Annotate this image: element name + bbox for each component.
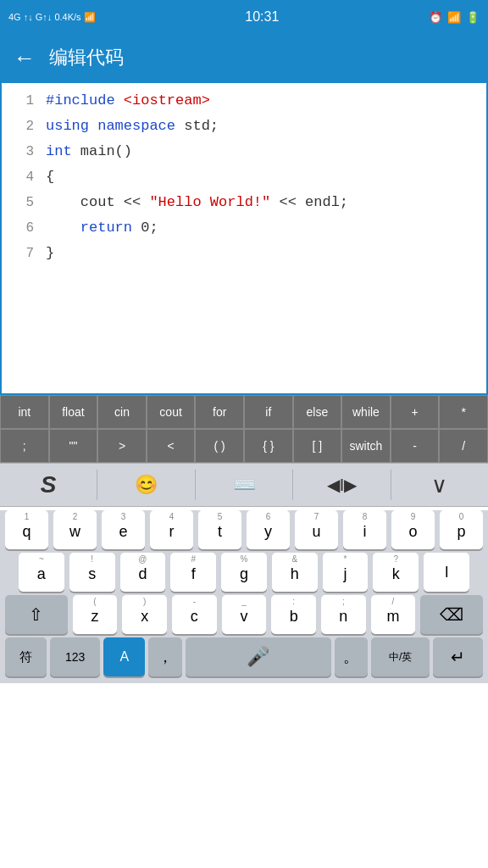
key-period[interactable]: 。 (335, 637, 368, 676)
alarm-icon: ⏰ (429, 11, 442, 24)
kb-row-1: 1q 2w 3e 4r 5t 6y 7u 8i 9o 0p (5, 510, 483, 549)
line-content-7: } (46, 245, 54, 261)
line-num-1: 1 (8, 93, 34, 108)
line-content-3: int main() (46, 143, 132, 159)
line-num-6: 6 (8, 220, 34, 236)
key-e[interactable]: 3e (102, 510, 145, 549)
back-button[interactable]: ← (14, 45, 36, 71)
status-time: 10:31 (245, 9, 279, 25)
snippet-switch[interactable]: switch (341, 429, 391, 463)
snippet-for[interactable]: for (195, 395, 244, 429)
key-o[interactable]: 9o (391, 510, 435, 549)
backspace-key[interactable]: ⌫ (420, 595, 483, 634)
chevron-down-icon[interactable]: ∨ (391, 463, 488, 507)
key-r[interactable]: 4r (150, 510, 193, 549)
key-z[interactable]: (z (73, 595, 118, 634)
code-line-5: 5 cout << "Hello World!" << endl; (2, 193, 486, 219)
line-num-2: 2 (8, 119, 34, 134)
shift-key[interactable]: ⇧ (5, 595, 68, 634)
key-p[interactable]: 0p (440, 510, 483, 549)
line-content-1: #include <iostream> (46, 92, 210, 108)
key-b[interactable]: :b (271, 595, 316, 634)
key-d[interactable]: @d (120, 553, 166, 592)
snippet-paren[interactable]: ( ) (195, 429, 244, 463)
snippet-lt[interactable]: < (147, 429, 196, 463)
key-q[interactable]: 1q (5, 510, 48, 549)
key-space[interactable]: 🎤 (186, 637, 331, 676)
battery-icon: 🔋 (466, 11, 480, 24)
line-num-7: 7 (8, 246, 34, 261)
code-line-1: 1 #include <iostream> (2, 92, 486, 117)
snippet-bar: int float cin cout for if else while + *… (0, 395, 488, 463)
key-c[interactable]: -c (172, 595, 217, 634)
key-enter[interactable]: ↵ (433, 637, 483, 676)
line-num-4: 4 (8, 170, 34, 185)
snippet-while[interactable]: while (341, 395, 391, 429)
snippet-else[interactable]: else (293, 395, 342, 429)
key-123[interactable]: 123 (50, 637, 100, 676)
snippet-cout[interactable]: cout (147, 395, 196, 429)
key-comma[interactable]: ， (148, 637, 181, 676)
keyboard: 1q 2w 3e 4r 5t 6y 7u 8i 9o 0p ~a !s @d #… (0, 510, 488, 683)
snippet-minus[interactable]: - (391, 429, 440, 463)
key-t[interactable]: 5t (198, 510, 241, 549)
snippet-if[interactable]: if (244, 395, 293, 429)
key-x[interactable]: )x (122, 595, 167, 634)
snippet-star[interactable]: * (439, 395, 488, 429)
line-num-5: 5 (8, 195, 34, 210)
line-num-3: 3 (8, 144, 34, 159)
key-u[interactable]: 7u (295, 510, 338, 549)
line-content-6: return 0; (46, 220, 158, 236)
key-w[interactable]: 2w (53, 510, 97, 549)
emoji-icon[interactable]: 😊 (97, 463, 194, 507)
snippet-cin[interactable]: cin (97, 395, 147, 429)
status-left: 4G ↑↓ G↑↓ 0.4K/s 📶 (8, 12, 96, 23)
key-n[interactable]: ;n (321, 595, 366, 634)
code-editor[interactable]: 1 #include <iostream> 2 using namespace … (0, 81, 488, 395)
snippet-row-1: int float cin cout for if else while + * (0, 395, 488, 429)
app-bar: ← 编辑代码 (0, 34, 488, 81)
snippet-semicolon[interactable]: ; (0, 429, 49, 463)
snippet-quote[interactable]: "" (49, 429, 98, 463)
key-y[interactable]: 6y (247, 510, 290, 549)
kb-row-2: ~a !s @d #f %g &h *j ?k l (19, 553, 469, 592)
s5-icon[interactable]: S (0, 463, 97, 507)
key-fu[interactable]: 符 (5, 637, 47, 676)
code-line-4: 4 { (2, 168, 486, 193)
wifi-icon: 📶 (447, 11, 461, 24)
snippet-slash[interactable]: / (439, 429, 488, 463)
key-v[interactable]: _v (222, 595, 267, 634)
key-a[interactable]: ~a (19, 553, 64, 592)
snippet-int[interactable]: int (0, 395, 49, 429)
snippet-row-2: ; "" > < ( ) { } [ ] switch - / (0, 429, 488, 463)
key-k[interactable]: ?k (373, 553, 419, 592)
line-content-4: { (46, 169, 54, 185)
key-l[interactable]: l (424, 553, 469, 592)
line-content-2: using namespace std; (46, 118, 219, 134)
snippet-gt[interactable]: > (97, 429, 147, 463)
kb-row-3: ⇧ (z )x -c _v :b ;n /m ⌫ (5, 595, 483, 634)
key-f[interactable]: #f (170, 553, 216, 592)
cursor-move-icon[interactable]: ◀I▶ (293, 463, 390, 507)
keyboard-toolbar: S 😊 ⌨️ ◀I▶ ∨ (0, 463, 488, 507)
page-title: 编辑代码 (49, 45, 124, 70)
code-line-2: 2 using namespace std; (2, 117, 486, 142)
key-g[interactable]: %g (221, 553, 267, 592)
snippet-plus[interactable]: + (391, 395, 440, 429)
keyboard-icon[interactable]: ⌨️ (196, 463, 292, 507)
key-i[interactable]: 8i (343, 510, 386, 549)
snippet-brace[interactable]: { } (244, 429, 293, 463)
kb-bottom-row: 符 123 A ， 🎤 。 中/英 ↵ (5, 637, 483, 676)
snippet-bracket[interactable]: [ ] (293, 429, 342, 463)
snippet-float[interactable]: float (49, 395, 98, 429)
key-h[interactable]: &h (272, 553, 318, 592)
line-content-5: cout << "Hello World!" << endl; (46, 194, 348, 210)
key-j[interactable]: *j (323, 553, 369, 592)
signal-icon: 4G ↑↓ G↑↓ 0.4K/s 📶 (8, 12, 96, 23)
key-lang[interactable]: 中/英 (371, 637, 430, 676)
code-line-3: 3 int main() (2, 142, 486, 168)
key-caps[interactable]: A (103, 637, 145, 676)
status-right: ⏰ 📶 🔋 (429, 11, 480, 24)
key-s[interactable]: !s (69, 553, 115, 592)
key-m[interactable]: /m (371, 595, 416, 634)
